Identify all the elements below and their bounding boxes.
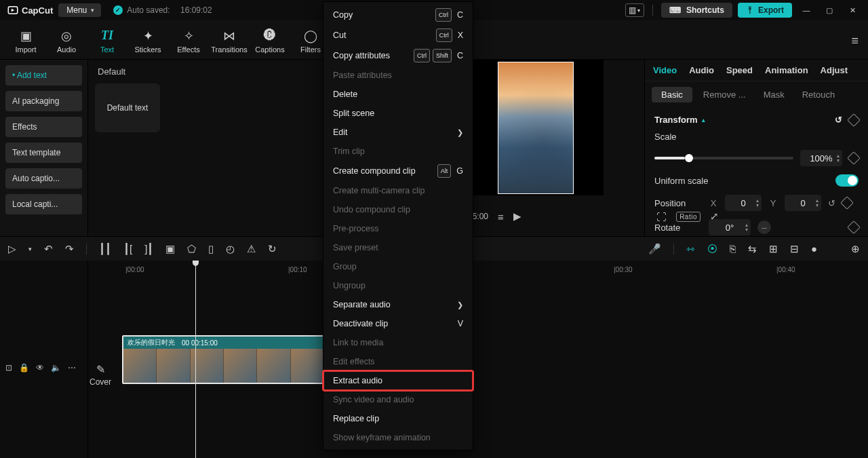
stickers-icon: ✦	[141, 29, 155, 43]
ratio-button[interactable]: Ratio	[676, 212, 701, 222]
context-menu-item[interactable]: CutCtrlX	[323, 25, 473, 45]
context-menu-item[interactable]: Split scene	[323, 104, 473, 123]
pointer-tool[interactable]: ▷	[8, 243, 16, 255]
inspector-tab-video[interactable]: Video	[653, 65, 677, 75]
context-menu-item[interactable]: Delete	[323, 85, 473, 104]
tab-text[interactable]: TIText	[87, 23, 127, 59]
preview-canvas[interactable]	[468, 60, 604, 195]
track-expand-icon[interactable]: ⊡	[5, 363, 12, 373]
tab-audio[interactable]: ◎Audio	[46, 23, 87, 59]
insert-icon[interactable]: ⊟	[790, 243, 799, 255]
scale-keyframe[interactable]	[847, 151, 861, 165]
context-menu-item[interactable]: Deactivate clipV	[323, 314, 473, 333]
layout-button[interactable]: ▥ ▾	[625, 3, 644, 17]
context-menu-item[interactable]: Replace clip	[323, 409, 473, 428]
tab-transitions[interactable]: ⋈Transitions	[209, 23, 250, 59]
context-menu-item[interactable]: Extract audio	[323, 371, 473, 390]
tool-dropdown[interactable]: ▾	[28, 246, 32, 252]
keyboard-icon: ⌨	[669, 5, 681, 15]
undo-button[interactable]: ↶	[44, 243, 53, 255]
rotate-label: Rotate	[654, 223, 702, 233]
inspector-panel: Video Audio Speed Animation Adjust Basic…	[644, 60, 868, 236]
subtab-remove[interactable]: Remove ...	[696, 87, 753, 102]
tab-stickers[interactable]: ✦Stickers	[127, 23, 168, 59]
tab-import[interactable]: ▣Import	[5, 23, 46, 59]
magnet-icon[interactable]: ⦿	[707, 243, 717, 254]
record-icon[interactable]: ●	[811, 243, 817, 254]
freeze-tool[interactable]: ▯	[208, 243, 214, 255]
link-icon[interactable]: ⎘	[730, 243, 736, 254]
tab-effects[interactable]: ✧Effects	[168, 23, 209, 59]
track-visibility-icon[interactable]: 👁	[36, 363, 44, 373]
position-keyframe[interactable]	[840, 196, 854, 210]
trim-left-tool[interactable]: ┃[	[123, 243, 132, 255]
window-maximize[interactable]: ▢	[821, 1, 838, 19]
window-close[interactable]: ✕	[844, 1, 861, 19]
chevron-down-icon: ▾	[91, 7, 94, 14]
rotate-keyframe[interactable]	[847, 221, 861, 234]
timeline-clip[interactable]: 欢乐的假日时光 00 00:15:00	[122, 335, 326, 384]
panel-menu-icon[interactable]: ≡	[851, 34, 859, 48]
playhead[interactable]	[195, 261, 196, 458]
frame-icon[interactable]: ⛶	[656, 211, 667, 223]
mic-icon[interactable]: 🎤	[648, 243, 661, 255]
uniform-scale-toggle[interactable]	[835, 174, 859, 187]
sidebar-item-effects[interactable]: Effects	[5, 117, 82, 137]
keyframe-diamond-icon[interactable]	[847, 113, 861, 127]
context-menu-item[interactable]: Copy attributesCtrlShiftC	[323, 45, 473, 66]
context-menu-item[interactable]: Separate audio❯	[323, 295, 473, 314]
subtab-basic[interactable]: Basic	[652, 87, 692, 102]
list-icon[interactable]: ≡	[498, 211, 504, 223]
overwrite-icon[interactable]: ⊞	[769, 243, 778, 255]
context-menu-item[interactable]: CopyCtrlC	[323, 5, 473, 25]
chain-icon[interactable]: ⇆	[748, 243, 757, 255]
context-menu-item[interactable]: Edit❯	[323, 123, 473, 142]
mirror-tool[interactable]: ⚠	[247, 243, 256, 255]
preview-clip[interactable]	[498, 62, 574, 194]
tab-captions[interactable]: 🅒Captions	[250, 23, 290, 59]
rotate-input[interactable]: 0°▴▾	[709, 219, 751, 235]
position-y-input[interactable]: 0▴▾	[785, 195, 821, 211]
transform-section-header[interactable]: Transform▴ ↺	[645, 108, 868, 128]
zoom-timeline-icon[interactable]: ⊕	[851, 243, 860, 255]
sidebar-item-add-text[interactable]: Add text	[5, 65, 82, 85]
rotate-dial[interactable]: –	[757, 221, 771, 234]
shortcuts-button[interactable]: ⌨ Shortcuts	[661, 3, 732, 18]
position-reset-icon[interactable]: ↺	[828, 198, 835, 208]
scale-slider[interactable]	[654, 157, 793, 159]
trim-right-tool[interactable]: ]┃	[144, 243, 153, 255]
reset-icon[interactable]: ↺	[835, 115, 842, 125]
inspector-tab-audio[interactable]: Audio	[689, 65, 714, 75]
position-x-input[interactable]: 0▴▾	[725, 195, 762, 211]
inspector-tab-adjust[interactable]: Adjust	[821, 65, 848, 75]
scale-value[interactable]: 100%▴▾	[800, 150, 842, 166]
subtab-mask[interactable]: Mask	[757, 87, 791, 102]
y-axis-label: Y	[768, 198, 778, 208]
split-tool[interactable]: ┃┃	[99, 243, 111, 255]
export-button[interactable]: ⭱ Export	[738, 3, 792, 18]
track-mute-icon[interactable]: 🔈	[51, 363, 61, 373]
context-menu-label: Show keyframe animation	[333, 432, 431, 444]
timeline-ruler[interactable]: |00:00 |00:10 |00:30 |00:40	[88, 261, 868, 281]
speed-tool[interactable]: ◴	[226, 243, 235, 255]
marker-tool[interactable]: ⬠	[187, 243, 196, 255]
reverse-tool[interactable]: ↻	[268, 243, 277, 255]
redo-button[interactable]: ↷	[65, 243, 74, 255]
window-minimize[interactable]: —	[797, 1, 815, 19]
subtab-retouch[interactable]: Retouch	[795, 87, 842, 102]
ruler-mark: |00:40	[776, 266, 795, 273]
crop-tool[interactable]: ▣	[165, 243, 175, 255]
track-lock-icon[interactable]: 🔒	[19, 363, 29, 373]
play-button[interactable]: ▶	[513, 210, 521, 223]
snap-icon[interactable]: ⇿	[686, 243, 695, 255]
inspector-tab-speed[interactable]: Speed	[726, 65, 753, 75]
track-more-icon[interactable]: ⋯	[68, 363, 76, 373]
sidebar-item-ai-packaging[interactable]: AI packaging	[5, 91, 82, 111]
sidebar-item-local-captions[interactable]: Local capti...	[5, 194, 82, 214]
menu-dropdown[interactable]: Menu▾	[58, 3, 101, 17]
context-menu-item[interactable]: Create compound clipAltG	[323, 161, 473, 181]
sidebar-item-text-template[interactable]: Text template	[5, 142, 82, 163]
default-text-thumb[interactable]: Default text	[95, 83, 160, 132]
inspector-tab-animation[interactable]: Animation	[765, 65, 808, 75]
sidebar-item-auto-captions[interactable]: Auto captio...	[5, 168, 82, 189]
